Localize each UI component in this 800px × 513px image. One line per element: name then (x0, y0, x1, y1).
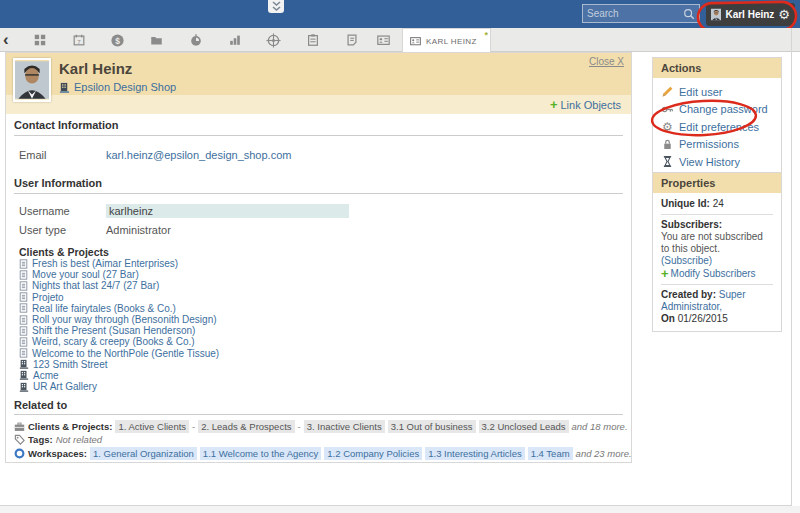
list-item-company[interactable]: Acme (19, 370, 219, 381)
edit-user-action[interactable]: Edit user (661, 83, 773, 101)
project-icon (19, 326, 28, 336)
list-item-company[interactable]: 123 Smith Street (19, 359, 219, 370)
profile-content-panel: Karl Heinz Epsilon Design Shop Close X +… (5, 52, 632, 463)
related-workspaces-more: and 23 more. (576, 448, 632, 459)
list-item-company[interactable]: UR Art Gallery (19, 381, 219, 392)
tab-reports[interactable] (215, 28, 254, 52)
tab-karl-heinz-active[interactable]: KARL HEINZ * (402, 28, 491, 53)
settings-gear-icon[interactable]: ⚙ (778, 8, 790, 21)
tab-goals[interactable] (254, 28, 293, 52)
related-chip[interactable]: 2. Leads & Prospects (198, 420, 294, 433)
workspace-chip[interactable]: 1. General Organization (90, 447, 197, 460)
list-item-project[interactable]: Fresh is best (Aimar Enterprises) (19, 258, 219, 269)
tab-modified-indicator[interactable]: * (484, 30, 488, 40)
list-item-project[interactable]: Real life fairytales (Books & Co.) (19, 303, 219, 314)
divider (661, 284, 773, 285)
modify-subscribers-label: Modify Subscribers (671, 268, 756, 279)
related-clients-more: and 18 more. (572, 421, 628, 432)
workspace-chip[interactable]: 1.4 Team (528, 447, 573, 460)
modify-subscribers-button[interactable]: + Modify Subscribers (661, 267, 773, 280)
created-on-label: On (661, 313, 675, 324)
user-menu-button[interactable]: Karl Heinz ⚙ (706, 3, 795, 26)
lock-icon (661, 138, 674, 151)
contact-information-heading: Contact Information (14, 119, 119, 131)
subscribe-link[interactable]: (Subscribe) (661, 255, 712, 266)
permissions-action[interactable]: Permissions (661, 136, 773, 154)
related-chip[interactable]: 3. Inactive Clients (304, 420, 385, 433)
calendar-icon: 7 (72, 33, 86, 47)
project-icon (19, 303, 28, 313)
workspace-chip[interactable]: 1.1 Welcome to the Agency (200, 447, 321, 460)
tab-contacts[interactable] (364, 28, 403, 52)
edit-preferences-action[interactable]: ⚙ Edit preferences (661, 118, 773, 136)
profile-toolbar-strip (6, 95, 631, 114)
gear-icon: ⚙ (661, 121, 674, 133)
usertype-row: User type Administrator (19, 224, 171, 236)
change-password-action[interactable]: Change password (661, 101, 773, 119)
search-icon[interactable] (683, 8, 695, 20)
email-link[interactable]: karl.heinz@epsilon_design_shop.com (106, 149, 291, 161)
related-tags-row: Tags: Not related (14, 434, 102, 445)
list-item-label: Projeto (32, 292, 64, 303)
action-label: Permissions (679, 138, 739, 150)
divider (14, 193, 623, 194)
search-input[interactable] (587, 8, 683, 19)
contact-card-icon (376, 33, 391, 47)
window-right-border (791, 28, 792, 505)
company-link[interactable]: Epsilon Design Shop (74, 81, 176, 93)
tab-projects[interactable] (137, 28, 176, 52)
back-chevron-icon[interactable]: ‹ (3, 30, 9, 50)
tab-bar: ‹ 7 $ (0, 28, 800, 52)
chip-separator: - (298, 421, 301, 432)
list-item-label: Fresh is best (Aimar Enterprises) (32, 258, 178, 269)
unique-id-label: Unique Id: (661, 198, 710, 209)
close-profile-link[interactable]: Close X (589, 56, 624, 67)
project-icon (19, 259, 28, 269)
tags-value: Not related (56, 434, 102, 445)
tab-dashboard[interactable] (20, 28, 59, 52)
list-item-project[interactable]: Nights that last 24/7 (27 Bar) (19, 280, 219, 291)
username-value[interactable]: karlheinz (106, 204, 349, 218)
tab-timesheets[interactable] (176, 28, 215, 52)
list-item-project[interactable]: Move your soul (27 Bar) (19, 269, 219, 280)
action-label: Edit user (679, 86, 722, 98)
project-icon (19, 270, 28, 280)
list-item-label: Welcome to the NorthPole (Gentle Tissue) (32, 348, 219, 359)
user-menu-name: Karl Heinz (725, 9, 774, 20)
svg-text:$: $ (115, 35, 120, 45)
workspace-chip[interactable]: 1.3 Interesting Articles (425, 447, 524, 460)
list-item-label: Nights that last 24/7 (27 Bar) (32, 280, 159, 291)
tab-calendar[interactable]: 7 (59, 28, 98, 52)
list-item-project[interactable]: Projeto (19, 292, 219, 303)
clients-projects-heading: Clients & Projects (19, 246, 109, 258)
collapse-header-button[interactable] (268, 0, 284, 13)
list-item-project[interactable]: Shift the Present (Susan Henderson) (19, 325, 219, 336)
related-chip[interactable]: 3.2 Unclosed Leads (479, 420, 569, 433)
related-chip[interactable]: 1. Active Clients (115, 420, 189, 433)
created-by-block: Created by: Super Administrator, On 01/2… (661, 289, 773, 325)
workspace-chip[interactable]: 1.2 Company Policies (324, 447, 422, 460)
list-item-label: Acme (33, 370, 59, 381)
link-objects-button[interactable]: + Link Objects (550, 98, 621, 111)
company-icon (19, 382, 29, 392)
project-icon (19, 315, 28, 325)
username-row: Username karlheinz (19, 205, 349, 217)
list-item-label: Weird, scary & creepy (Books & Co.) (32, 336, 195, 347)
related-tags-label: Tags: (28, 434, 53, 445)
created-by-label: Created by: (661, 289, 716, 300)
folder-icon (149, 33, 164, 47)
related-chip[interactable]: 3.1 Out of business (388, 420, 476, 433)
global-search (582, 4, 700, 23)
list-item-label: 123 Smith Street (33, 359, 107, 370)
tab-billing[interactable]: $ (98, 28, 137, 52)
list-item-project[interactable]: Roll your way through (Bensonith Design) (19, 314, 219, 325)
view-history-action[interactable]: View History (661, 153, 773, 171)
list-item-project[interactable]: Weird, scary & creepy (Books & Co.) (19, 336, 219, 347)
note-icon (345, 33, 359, 47)
usertype-label: User type (19, 224, 106, 236)
subscribers-label: Subscribers: (661, 219, 722, 230)
list-item-project[interactable]: Welcome to the NorthPole (Gentle Tissue) (19, 348, 219, 359)
tab-planner[interactable] (293, 28, 332, 52)
related-to-heading: Related to (14, 399, 67, 411)
briefcase-icon (14, 422, 25, 432)
